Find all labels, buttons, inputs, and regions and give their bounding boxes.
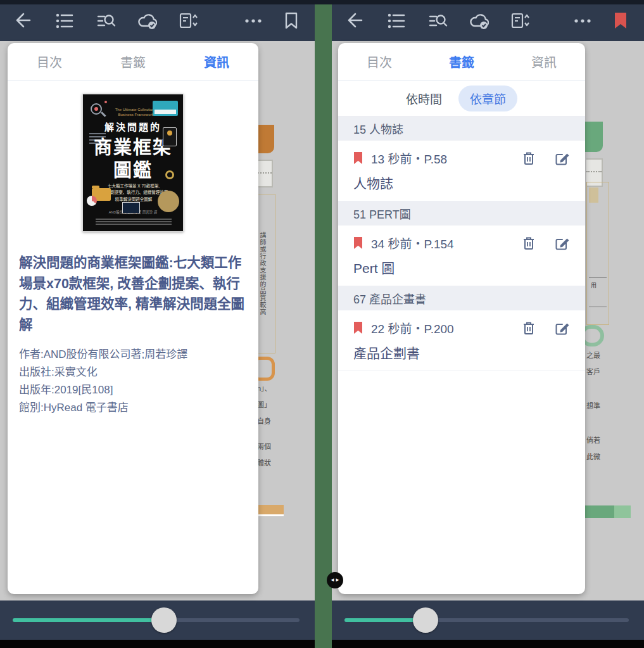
page-slider-bar [332, 600, 644, 640]
screenshot-right: 用 之最 客戶 想準 倘若 此微 目次 書籤 資訊 依時間 依章節 [332, 0, 644, 648]
info-panel: 目次 書籤 資訊 The Ultimate Collection of Busi… [8, 43, 258, 594]
background-divider [315, 0, 332, 648]
bookmark-sort-toggle: 依時間 依章節 [338, 81, 585, 117]
bookmark-time-page: 34 秒前・P.154 [371, 234, 504, 251]
bookmark-flag-icon [353, 152, 363, 165]
edit-bookmark-button[interactable] [553, 150, 570, 167]
bookmark-time-page: 22 秒前・P.200 [371, 319, 504, 336]
page-fragment-green-bar [585, 505, 631, 518]
tab-bookmarks[interactable]: 書籤 [420, 53, 503, 71]
search-icon[interactable] [427, 10, 448, 32]
bookmark-row[interactable]: 34 秒前・P.154 [338, 226, 585, 255]
screenshot-left: 講師或行政支援的品質較高 n」、 圖」 自身 兩個 體狀 目次 書籤 資訊 Th… [0, 0, 315, 648]
panel-tabs: 目次 書籤 資訊 [338, 43, 585, 81]
reader-toolbar [332, 0, 644, 41]
sort-by-time-option[interactable]: 依時間 [406, 90, 442, 107]
tab-toc[interactable]: 目次 [338, 53, 420, 71]
book-title: 解決問題的商業框架圖鑑:七大類工作場景x70款框架, 改善企劃提案、執行力、組織… [8, 232, 258, 336]
edit-bookmark-button[interactable] [553, 235, 570, 251]
page-scroll-mode-icon[interactable] [509, 10, 531, 32]
meta-year: 出版年:2019[民108] [19, 381, 247, 399]
cover-gold-badge [158, 191, 179, 212]
reader-toolbar [0, 0, 315, 41]
bookmark-group: 67 產品企畫書 22 秒前・P.200 產品企劃書 [338, 286, 585, 371]
cover-box-illustration [153, 101, 178, 116]
page-slider-thumb[interactable] [413, 607, 438, 633]
meta-library: 館別:HyRead 電子書店 [19, 399, 247, 417]
chapter-header: 67 產品企畫書 [338, 286, 585, 310]
edit-bookmark-button[interactable] [553, 320, 570, 336]
bookmark-row[interactable]: 13 秒前・P.58 [338, 141, 585, 170]
cover-pie-illustration [87, 196, 97, 206]
page: 講師或行政支援的品質較高 n」、 圖」 自身 兩個 體狀 目次 書籤 資訊 Th… [0, 0, 644, 648]
meta-author: 作者:AND股份有限公司著;周若珍譯 [19, 346, 247, 364]
book-metadata: 作者:AND股份有限公司著;周若珍譯 出版社:采實文化 出版年:2019[民10… [8, 336, 258, 417]
bookmark-flag-icon [353, 322, 363, 334]
bookmark-row[interactable]: 22 秒前・P.200 [338, 310, 585, 340]
page-slider-thumb[interactable] [151, 607, 177, 633]
delete-bookmark-button[interactable] [521, 320, 537, 336]
page-fragment-tan-bar [256, 505, 284, 516]
cover-screen-illustration [122, 202, 140, 213]
bookmark-icon-active[interactable] [610, 10, 631, 32]
page-flip-handle-icon[interactable]: ◄► [327, 572, 343, 588]
panel-tabs: 目次 書籤 資訊 [8, 43, 258, 81]
page-slider-track[interactable] [13, 618, 300, 622]
bookmark-flag-icon [353, 237, 363, 250]
bookmark-time-page: 13 秒前・P.58 [371, 149, 504, 167]
search-icon[interactable] [95, 10, 117, 32]
bookmark-chapter-title: Pert 圖 [338, 255, 585, 286]
tab-info[interactable]: 資訊 [175, 53, 258, 71]
chapter-header: 15 人物誌 [338, 117, 585, 141]
sort-by-chapter-option-selected[interactable]: 依章節 [458, 86, 517, 111]
cover-doc-illustration [163, 127, 177, 146]
page-slider-track[interactable] [344, 618, 629, 622]
tab-bookmarks[interactable]: 書籤 [91, 53, 175, 71]
chapter-header: 51 PERT圖 [338, 201, 585, 226]
magnifier-illustration [91, 103, 102, 115]
toc-list-icon[interactable] [54, 10, 75, 32]
back-arrow-icon[interactable] [13, 10, 34, 32]
back-arrow-icon[interactable] [344, 10, 366, 32]
bookmark-chapter-title: 產品企劃書 [338, 340, 585, 371]
page-scroll-mode-icon[interactable] [177, 10, 199, 32]
meta-publisher: 出版社:采實文化 [19, 364, 247, 381]
page-fragment-tall-box: 用 [586, 182, 609, 325]
delete-bookmark-button[interactable] [521, 150, 537, 167]
more-options-icon[interactable] [243, 10, 264, 32]
more-options-icon[interactable] [572, 10, 593, 32]
page-fragment-clipped-text: 之最 客戶 想準 倘若 此微 [586, 347, 600, 465]
bookmarks-panel: 目次 書籤 資訊 依時間 依章節 15 人物誌 13 秒前・P.58 人物誌 [338, 43, 585, 594]
book-cover: The Ultimate Collection of Business Fram… [82, 94, 184, 232]
tab-info[interactable]: 資訊 [503, 53, 585, 71]
page-fragment-green-tab [585, 122, 603, 152]
cloud-synced-icon[interactable] [136, 10, 158, 32]
bookmark-group: 51 PERT圖 34 秒前・P.154 Pert 圖 [338, 201, 585, 286]
toc-list-icon[interactable] [386, 10, 407, 32]
bookmark-group: 15 人物誌 13 秒前・P.58 人物誌 [338, 117, 585, 201]
delete-bookmark-button[interactable] [521, 235, 537, 251]
top-edge [0, 0, 644, 4]
cover-gear-illustration [165, 170, 174, 179]
page-fragment-vertical-text: 講師或行政支援的品質較高 [258, 232, 267, 324]
tab-toc[interactable]: 目次 [8, 53, 91, 71]
page-slider-progress [13, 618, 164, 622]
page-slider-bar [0, 600, 315, 640]
cloud-synced-icon[interactable] [468, 10, 489, 32]
bookmark-icon[interactable] [281, 10, 302, 32]
page-fragment-orange-tab [256, 125, 274, 153]
bookmark-chapter-title: 人物誌 [338, 170, 585, 201]
page-fragment-dotted-box [256, 160, 273, 187]
page-fragment-clipped-text: n」、 圖」 自身 兩個 體狀 [257, 380, 272, 471]
